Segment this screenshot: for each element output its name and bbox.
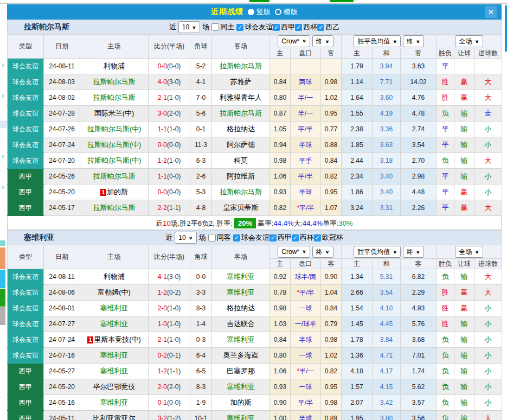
home-team[interactable]: 国际米兰(中): [80, 106, 149, 122]
avg-draw: 3.80: [373, 411, 401, 420]
home-team[interactable]: 塞维利亚: [80, 316, 149, 332]
wdl-final-select[interactable]: 终∨: [403, 35, 424, 47]
underlying-page-fragment: [0, 247, 5, 269]
home-team-name: 拉斯帕尔马斯(中): [87, 156, 142, 164]
same-venue-checkbox[interactable]: 同客: [208, 233, 231, 243]
odds-source-select[interactable]: Crow*∨: [278, 35, 310, 47]
away-team[interactable]: 塞维利亚: [212, 379, 270, 395]
home-team[interactable]: 塞维利亚: [80, 348, 149, 364]
match-date: 24-08-06: [44, 285, 80, 301]
close-button[interactable]: ✕: [485, 6, 497, 18]
away-team[interactable]: 科莫: [212, 153, 270, 169]
home-team[interactable]: 比利亚雷亚尔: [80, 411, 149, 420]
handicap-text: 半球: [299, 336, 312, 343]
match-row: 球会友谊24-07-26拉斯帕尔马斯(中)1-1(1-0)0-1格拉纳达1.05…: [8, 122, 502, 137]
home-team[interactable]: 拉斯帕尔马斯: [80, 90, 149, 106]
away-team[interactable]: 奥兰多海盗: [212, 348, 270, 364]
radio-horizontal[interactable]: 横版: [275, 7, 298, 17]
fulltime-select[interactable]: 全场∨: [455, 246, 483, 258]
same-venue-checkbox[interactable]: 同主: [211, 22, 234, 32]
home-team[interactable]: 拉斯帕尔马斯(中): [80, 153, 149, 169]
score: 0-0(0-0): [149, 184, 190, 200]
home-team[interactable]: 拉斯帕尔马斯(中): [80, 137, 149, 153]
home-team[interactable]: 拉斯帕尔马斯(中): [80, 122, 149, 137]
result-wdl: 平: [437, 59, 454, 74]
chevron-down-icon: ∨: [302, 249, 306, 254]
away-team[interactable]: 皇家贝蒂斯: [212, 200, 270, 216]
league-checkbox[interactable]: ✓球会友谊: [236, 22, 273, 32]
league-checkbox[interactable]: ✓西甲: [269, 233, 292, 243]
odds-home: 0.87: [270, 106, 291, 122]
away-team[interactable]: 塞维利亚: [212, 285, 270, 301]
away-team[interactable]: 阿拉维斯: [212, 169, 270, 184]
home-team[interactable]: 拉斯帕尔马斯: [80, 200, 149, 216]
league-checkbox[interactable]: ✓西甲: [273, 22, 295, 32]
result-goals: 小: [474, 395, 502, 411]
fulltime-score: 2-1: [158, 336, 167, 343]
result-handicap: 输: [454, 379, 474, 395]
away-team-name: 科莫: [234, 156, 248, 164]
result-goals: 大: [474, 200, 502, 216]
league-checkbox[interactable]: ✓欧冠杯: [314, 233, 343, 243]
away-team[interactable]: 塞维利亚: [212, 269, 270, 285]
home-team[interactable]: 塞维利亚: [80, 301, 149, 316]
result-wdl: 胜: [437, 285, 454, 301]
result-handicap: [454, 59, 474, 74]
league-checkbox[interactable]: ✓西杯: [292, 233, 314, 243]
home-team[interactable]: 1加的斯: [80, 184, 149, 200]
avg-lose: 4.78: [401, 106, 437, 122]
away-team[interactable]: 塞维利亚: [212, 332, 270, 348]
league-checkbox[interactable]: ✓西乙: [317, 22, 339, 32]
home-team[interactable]: 利物浦: [80, 269, 149, 285]
fulltime-select[interactable]: 全场∨: [455, 35, 483, 47]
home-team[interactable]: 塞维利亚: [80, 395, 149, 411]
home-team[interactable]: 1里斯本竞技(中): [80, 332, 149, 348]
away-team[interactable]: 吉达联合: [212, 316, 270, 332]
away-team[interactable]: 格拉纳达: [212, 301, 270, 316]
col-result-handicap: 让球: [454, 259, 474, 269]
away-team[interactable]: 格拉纳达: [212, 122, 270, 137]
away-team[interactable]: 阿尔萨德: [212, 137, 270, 153]
col-away: 客场: [212, 245, 270, 269]
league-checkbox[interactable]: ✓西杯: [295, 22, 317, 32]
result-handicap: 赢: [454, 285, 474, 301]
match-date: 24-07-20: [44, 153, 80, 169]
radio-vertical[interactable]: 竖版: [248, 7, 271, 17]
home-team-name: 塞维利亚: [100, 351, 129, 359]
away-team[interactable]: 拉斯帕尔马斯: [212, 59, 270, 74]
match-count-select[interactable]: 10∨: [178, 21, 200, 33]
away-team[interactable]: 拉斯帕尔马斯: [212, 184, 270, 200]
away-team[interactable]: 苏雅萨: [212, 74, 270, 90]
wdl-avg-select[interactable]: 胜平负均值∨: [354, 35, 401, 47]
avg-lose: 2.70: [401, 153, 437, 169]
home-team[interactable]: 富勒姆(中): [80, 285, 149, 301]
odds-final-select[interactable]: 终∨: [312, 246, 333, 258]
away-team[interactable]: 巴塞罗那: [212, 364, 270, 379]
league-label: 西甲: [281, 22, 295, 32]
away-team[interactable]: 塞维利亚: [212, 411, 270, 420]
home-team[interactable]: 拉斯帕尔马斯: [80, 169, 149, 184]
home-team[interactable]: 利物浦: [80, 59, 149, 74]
league-checkbox[interactable]: ✓球会友谊: [233, 233, 269, 243]
home-team[interactable]: 拉斯帕尔马斯: [80, 74, 149, 90]
home-team[interactable]: 毕尔巴鄂竞技: [80, 379, 149, 395]
away-team[interactable]: 利雅得青年人: [212, 90, 270, 106]
corner-score: 4-8: [190, 200, 212, 216]
result-handicap: 赢: [454, 90, 474, 106]
odds-away: [321, 59, 342, 74]
home-team[interactable]: 塞维利亚: [80, 364, 149, 379]
wdl-final-select[interactable]: 终∨: [403, 246, 424, 258]
away-team[interactable]: 加的斯: [212, 395, 270, 411]
same-venue-label: 同客: [217, 233, 231, 243]
away-team-name: 奥兰多海盗: [223, 351, 259, 359]
chevron-down-icon: ∨: [302, 39, 306, 43]
match-count-select[interactable]: 10∨: [175, 232, 196, 244]
avg-win: 4.18: [342, 364, 373, 379]
home-team-name: 利物浦: [104, 62, 125, 70]
odds-final-select[interactable]: 终∨: [312, 35, 333, 47]
away-team[interactable]: 拉斯帕尔马斯: [212, 106, 270, 122]
handicap-text: 半球: [299, 188, 312, 196]
wdl-avg-select[interactable]: 胜平负均值∨: [354, 246, 401, 258]
odds-source-select[interactable]: Crow*∨: [278, 246, 310, 258]
odds-away: 1.02: [321, 90, 342, 106]
